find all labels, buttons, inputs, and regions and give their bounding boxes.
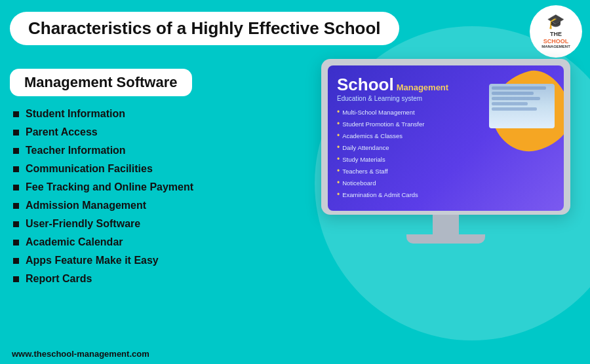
logo-circle: 🎓 THE SCHOOL MANAGEMENT — [530, 5, 582, 58]
screen-features-list: Multi-School ManagementStudent Promotion… — [337, 107, 555, 199]
feature-item-3: Communication Facilities — [13, 163, 193, 175]
logo-line3: MANAGEMENT — [541, 45, 570, 49]
feature-label: Teacher Information — [26, 145, 126, 156]
feature-label: Student Information — [26, 108, 125, 120]
feature-label: Fee Tracking and Online Payment — [26, 181, 193, 193]
bullet-icon — [13, 185, 19, 191]
feature-item-7: Academic Calendar — [13, 236, 193, 248]
logo: 🎓 THE SCHOOL MANAGEMENT — [541, 13, 570, 49]
monitor-outer: SchoolManagement Education & Learning sy… — [321, 59, 570, 215]
screen-title: SchoolManagement — [337, 75, 555, 95]
bullet-icon — [13, 111, 19, 117]
bullet-icon — [13, 148, 19, 154]
subtitle-text: Management Software — [24, 74, 178, 91]
feature-item-9: Report Cards — [13, 273, 193, 285]
screen-feature-item-5: Teachers & Staff — [337, 166, 555, 175]
feature-label: User-Friendly Software — [26, 218, 140, 230]
monitor-stand-neck — [433, 215, 459, 234]
screen-feature-item-7: Examination & Admit Cards — [337, 190, 555, 199]
screen-feature-item-6: Noticeboard — [337, 178, 555, 187]
feature-label: Communication Facilities — [26, 163, 153, 175]
feature-label: Parent Access — [26, 126, 98, 138]
monitor-illustration: SchoolManagement Education & Learning sy… — [321, 59, 570, 244]
logo-line1: THE — [541, 31, 570, 38]
bullet-icon — [13, 203, 19, 209]
bullet-icon — [13, 258, 19, 264]
footer-url: www.theschool-management.com — [12, 349, 149, 359]
feature-item-8: Apps Feature Make it Easy — [13, 255, 193, 266]
screen-title-big: School — [337, 75, 394, 94]
feature-item-1: Parent Access — [13, 126, 193, 138]
feature-item-0: Student Information — [13, 108, 193, 120]
bullet-icon — [13, 240, 19, 246]
feature-label: Admission Management — [26, 200, 146, 211]
screen-feature-item-0: Multi-School Management — [337, 107, 555, 117]
feature-label: Academic Calendar — [26, 236, 123, 248]
bullet-icon — [13, 166, 19, 172]
bullet-icon — [13, 130, 19, 136]
bullet-icon — [13, 221, 19, 227]
screen-feature-item-1: Student Promotion & Transfer — [337, 119, 555, 128]
feature-label: Report Cards — [26, 273, 92, 285]
feature-item-6: User-Friendly Software — [13, 218, 193, 230]
feature-label: Apps Feature Make it Easy — [26, 255, 159, 266]
monitor-stand-base — [406, 234, 485, 244]
bullet-icon — [13, 276, 19, 282]
screen-feature-item-3: Daily Attendance — [337, 143, 555, 152]
feature-item-4: Fee Tracking and Online Payment — [13, 181, 193, 193]
feature-item-5: Admission Management — [13, 200, 193, 211]
feature-item-2: Teacher Information — [13, 145, 193, 156]
monitor-screen: SchoolManagement Education & Learning sy… — [328, 65, 564, 211]
feature-list: Student InformationParent AccessTeacher … — [13, 108, 193, 291]
subtitle-box: Management Software — [10, 69, 192, 96]
logo-line2: SCHOOL — [541, 38, 570, 45]
header-title-box: Characteristics of a Highly Effective Sc… — [10, 12, 399, 45]
screen-feature-item-4: Study Materials — [337, 155, 555, 164]
screen-title-small: Management — [397, 82, 448, 92]
screen-feature-item-2: Academics & Classes — [337, 131, 555, 140]
page-title: Characteristics of a Highly Effective Sc… — [28, 18, 381, 39]
